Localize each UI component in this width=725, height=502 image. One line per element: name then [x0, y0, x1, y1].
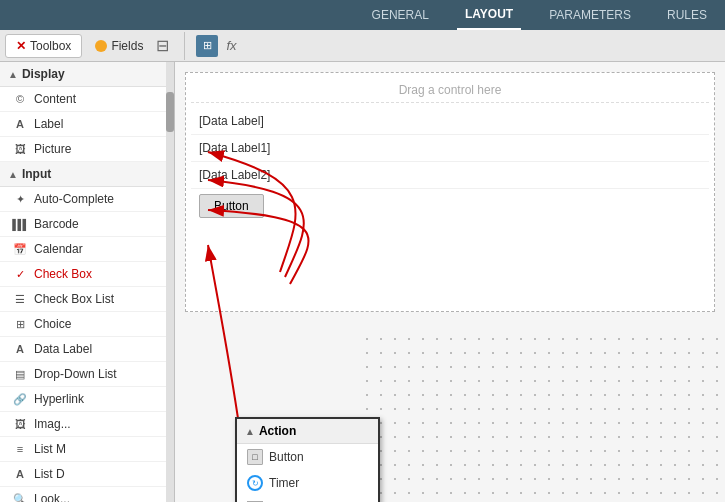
barcode-icon: ▌▌▌: [12, 216, 28, 232]
sidebar-item-content[interactable]: © Content: [0, 87, 174, 112]
content-label: Content: [34, 92, 76, 106]
sidebar-item-listd[interactable]: A List D: [0, 462, 174, 487]
separator-icon: ⊟: [151, 36, 174, 55]
hyperlink-icon: 🔗: [12, 391, 28, 407]
sidebar-scrollbar[interactable]: [166, 62, 174, 502]
lookup-label: Look...: [34, 492, 70, 502]
display-section-label: Display: [22, 67, 65, 81]
checkbox-label: Check Box: [34, 267, 92, 281]
listd-icon: A: [12, 466, 28, 482]
autocomplete-label: Auto-Complete: [34, 192, 114, 206]
drop-zone[interactable]: Drag a control here [Data Label] [Data L…: [185, 72, 715, 312]
nav-layout[interactable]: LAYOUT: [457, 0, 521, 30]
top-nav: GENERAL LAYOUT PARAMETERS RULES: [0, 0, 725, 30]
button-row: Button: [191, 189, 709, 223]
section-input[interactable]: ▲ Input: [0, 162, 174, 187]
sidebar-item-listm[interactable]: ≡ List M: [0, 437, 174, 462]
nav-parameters[interactable]: PARAMETERS: [541, 0, 639, 30]
calendar-icon: 📅: [12, 241, 28, 257]
fields-dot-icon: [95, 40, 107, 52]
nav-rules[interactable]: RULES: [659, 0, 715, 30]
popup-arrow-icon: ▲: [245, 426, 255, 437]
sidebar-item-calendar[interactable]: 📅 Calendar: [0, 237, 174, 262]
nav-general[interactable]: GENERAL: [364, 0, 437, 30]
sidebar-item-dropdown[interactable]: ▤ Drop-Down List: [0, 362, 174, 387]
toolbar-row: ✕ Toolbox Fields ⊟ ⊞ fx: [0, 30, 725, 62]
popup-item-button[interactable]: □ Button: [237, 444, 378, 470]
drop-label: Drag a control here: [191, 78, 709, 103]
content-area: Drag a control here [Data Label] [Data L…: [175, 62, 725, 502]
right-toolbar: ⊞ fx: [184, 32, 725, 60]
popup-timer-label: Timer: [269, 476, 299, 490]
formula-icon: ⊞: [196, 35, 218, 57]
checkboxlist-label: Check Box List: [34, 292, 114, 306]
form-button[interactable]: Button: [199, 194, 264, 218]
popup-item-toolbarbutton[interactable]: ▭ ToolBar Button: [237, 496, 378, 502]
scrollbar-thumb: [166, 92, 174, 132]
sidebar-item-barcode[interactable]: ▌▌▌ Barcode: [0, 212, 174, 237]
data-row-1: [Data Label]: [191, 108, 709, 135]
fields-label: Fields: [111, 39, 143, 53]
listm-label: List M: [34, 442, 66, 456]
sidebar-item-checkbox[interactable]: ✓ Check Box: [0, 262, 174, 287]
input-section-label: Input: [22, 167, 51, 181]
popup-button-icon: □: [247, 449, 263, 465]
calendar-label: Calendar: [34, 242, 83, 256]
sidebar: ▲ Display © Content A Label 🖼 Picture ▲ …: [0, 62, 175, 502]
sidebar-item-lookup[interactable]: 🔍 Look...: [0, 487, 174, 502]
datalabel-icon: A: [12, 341, 28, 357]
sidebar-item-checkboxlist[interactable]: ☰ Check Box List: [0, 287, 174, 312]
section-display[interactable]: ▲ Display: [0, 62, 174, 87]
popup-item-timer[interactable]: ↻ Timer: [237, 470, 378, 496]
autocomplete-icon: ✦: [12, 191, 28, 207]
label-label: Label: [34, 117, 63, 131]
data-row-3: [Data Label2]: [191, 162, 709, 189]
datalabel-label: Data Label: [34, 342, 92, 356]
popup-header-label: Action: [259, 424, 296, 438]
sidebar-item-autocomplete[interactable]: ✦ Auto-Complete: [0, 187, 174, 212]
listd-label: List D: [34, 467, 65, 481]
dropdown-icon: ▤: [12, 366, 28, 382]
data-row-2: [Data Label1]: [191, 135, 709, 162]
image-label: Imag...: [34, 417, 71, 431]
toolbox-icon: ✕: [16, 39, 26, 53]
checkboxlist-icon: ☰: [12, 291, 28, 307]
hyperlink-label: Hyperlink: [34, 392, 84, 406]
image-icon: 🖼: [12, 416, 28, 432]
content-icon: ©: [12, 91, 28, 107]
display-arrow-icon: ▲: [8, 69, 18, 80]
choice-label: Choice: [34, 317, 71, 331]
popup-header: ▲ Action: [237, 419, 378, 444]
dropdown-label: Drop-Down List: [34, 367, 117, 381]
sidebar-item-image[interactable]: 🖼 Imag...: [0, 412, 174, 437]
checkbox-icon: ✓: [12, 266, 28, 282]
formula-icon-image: ⊞: [203, 39, 212, 52]
toolbox-button[interactable]: ✕ Toolbox: [5, 34, 82, 58]
picture-label: Picture: [34, 142, 71, 156]
listm-icon: ≡: [12, 441, 28, 457]
lookup-icon: 🔍: [12, 491, 28, 502]
sidebar-item-label[interactable]: A Label: [0, 112, 174, 137]
sidebar-item-choice[interactable]: ⊞ Choice: [0, 312, 174, 337]
action-popup: ▲ Action □ Button ↻ Timer ▭ ToolBar Butt…: [235, 417, 380, 502]
picture-icon: 🖼: [12, 141, 28, 157]
barcode-label: Barcode: [34, 217, 79, 231]
sidebar-item-hyperlink[interactable]: 🔗 Hyperlink: [0, 387, 174, 412]
sidebar-item-picture[interactable]: 🖼 Picture: [0, 137, 174, 162]
dot-area: [360, 332, 725, 502]
sidebar-item-datalabel[interactable]: A Data Label: [0, 337, 174, 362]
fx-label: fx: [226, 38, 236, 53]
fields-button[interactable]: Fields: [87, 35, 151, 57]
popup-timer-icon: ↻: [247, 475, 263, 491]
main-layout: ▲ Display © Content A Label 🖼 Picture ▲ …: [0, 62, 725, 502]
popup-button-label: Button: [269, 450, 304, 464]
toolbox-label: Toolbox: [30, 39, 71, 53]
label-icon: A: [12, 116, 28, 132]
input-arrow-icon: ▲: [8, 169, 18, 180]
choice-icon: ⊞: [12, 316, 28, 332]
